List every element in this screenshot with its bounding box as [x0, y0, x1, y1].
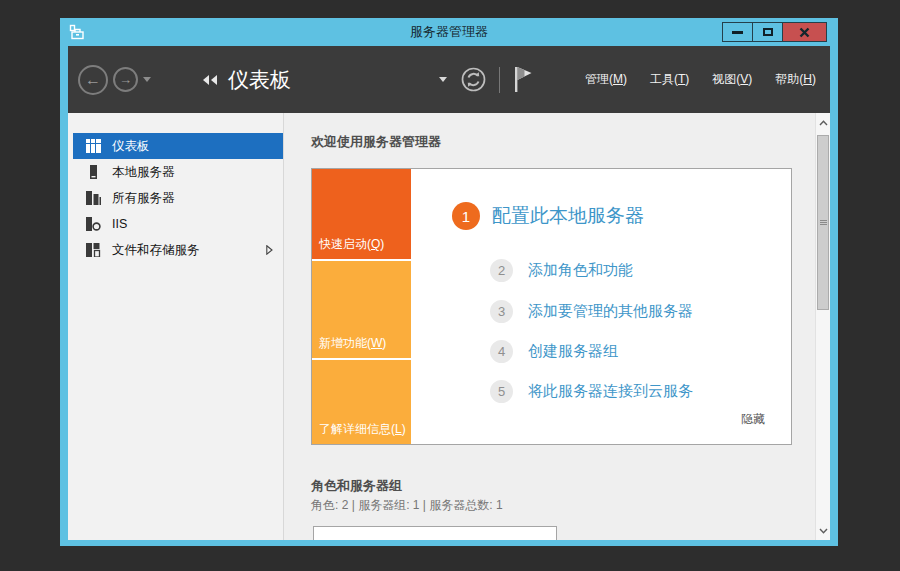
desktop-background: 服务器管理器 ← — [0, 0, 900, 571]
step-connect-to-cloud[interactable]: 5 将此服务器连接到云服务 — [490, 380, 693, 403]
sidebar-item-label: IIS — [112, 217, 127, 231]
whats-new-label: 新增功能(W) — [319, 335, 386, 352]
learn-more-tile[interactable]: 了解详细信息(L) — [312, 360, 411, 444]
chevron-up-icon — [819, 120, 828, 126]
step-link: 配置此本地服务器 — [492, 203, 644, 229]
scrollbar-grip-icon — [820, 219, 827, 226]
navigation-bar: ← → 仪表板 — [68, 46, 830, 113]
step-create-server-group[interactable]: 4 创建服务器组 — [490, 340, 618, 363]
back-arrow-icon: ← — [85, 71, 101, 89]
expand-arrow-icon[interactable] — [266, 245, 273, 255]
notifications-flag-button[interactable] — [512, 66, 534, 93]
step-number-badge: 5 — [490, 380, 513, 403]
step-link: 添加要管理的其他服务器 — [528, 302, 693, 321]
step-add-other-servers[interactable]: 3 添加要管理的其他服务器 — [490, 300, 693, 323]
sidebar-item-label: 本地服务器 — [112, 164, 175, 181]
roles-server-groups-header: 角色和服务器组 — [311, 477, 402, 495]
sidebar-item-file-storage-services[interactable]: 文件和存储服务 — [73, 237, 283, 263]
sidebar-item-local-server[interactable]: 本地服务器 — [73, 159, 283, 185]
breadcrumb[interactable]: 仪表板 — [203, 66, 291, 94]
toolbar-divider — [499, 67, 500, 93]
navigation-sidebar: 仪表板 本地服务器 — [68, 113, 283, 540]
dashboard-icon — [86, 139, 103, 153]
close-icon — [799, 27, 810, 38]
window-controls — [722, 22, 827, 42]
step-link: 添加角色和功能 — [528, 261, 633, 280]
close-button[interactable] — [782, 22, 827, 42]
minimize-icon — [732, 31, 743, 34]
menu-manage[interactable]: 管理(M) — [585, 71, 627, 88]
maximize-icon — [763, 28, 773, 36]
step-number-badge: 3 — [490, 300, 513, 323]
step-number-badge: 2 — [490, 259, 513, 282]
breadcrumb-label: 仪表板 — [228, 66, 291, 94]
welcome-header: 欢迎使用服务器管理器 — [311, 133, 441, 151]
menu-bar: 管理(M) 工具(T) 视图(V) 帮助(H) — [562, 71, 816, 88]
sidebar-item-label: 文件和存储服务 — [112, 242, 200, 259]
back-button[interactable]: ← — [78, 65, 108, 95]
step-number-badge: 4 — [490, 340, 513, 363]
all-servers-icon — [86, 191, 103, 205]
learn-more-label: 了解详细信息(L) — [319, 421, 406, 438]
breadcrumb-chevron-down-icon[interactable] — [439, 77, 447, 82]
scroll-down-button[interactable] — [816, 522, 830, 539]
file-storage-icon — [86, 243, 103, 257]
sidebar-item-all-servers[interactable]: 所有服务器 — [73, 185, 283, 211]
refresh-icon — [461, 67, 486, 92]
forward-button[interactable]: → — [113, 67, 138, 92]
title-bar[interactable]: 服务器管理器 — [60, 18, 838, 46]
quick-start-label: 快速启动(Q) — [319, 236, 384, 253]
sidebar-item-dashboard[interactable]: 仪表板 — [73, 133, 283, 159]
dashboard-main-pane: 欢迎使用服务器管理器 快速启动(Q) 新增功能(W) 了解详细信息(L) 1 — [283, 113, 815, 540]
local-server-icon — [86, 165, 103, 179]
server-manager-window: 服务器管理器 ← — [60, 18, 838, 546]
step-add-roles-features[interactable]: 2 添加角色和功能 — [490, 259, 633, 282]
minimize-button[interactable] — [722, 22, 753, 42]
hide-welcome-link[interactable]: 隐藏 — [741, 411, 765, 428]
step-configure-local-server[interactable]: 1 配置此本地服务器 — [452, 202, 644, 230]
roles-group-card[interactable] — [313, 526, 557, 540]
forward-arrow-icon: → — [119, 72, 132, 87]
sidebar-item-iis[interactable]: IIS — [73, 211, 283, 237]
step-link: 将此服务器连接到云服务 — [528, 382, 693, 401]
refresh-button[interactable] — [461, 67, 486, 92]
welcome-panel: 快速启动(Q) 新增功能(W) 了解详细信息(L) 1 配置此本地服务器 — [311, 168, 792, 445]
sidebar-item-label: 所有服务器 — [112, 190, 175, 207]
whats-new-tile[interactable]: 新增功能(W) — [312, 261, 411, 358]
roles-summary-text: 角色: 2 | 服务器组: 1 | 服务器总数: 1 — [311, 497, 503, 514]
vertical-scrollbar[interactable] — [815, 113, 830, 540]
quick-start-tile[interactable]: 快速启动(Q) — [312, 169, 411, 259]
collapse-pane-icon — [203, 75, 219, 85]
menu-help[interactable]: 帮助(H) — [775, 71, 816, 88]
scrollbar-thumb[interactable] — [817, 135, 829, 310]
menu-tools[interactable]: 工具(T) — [650, 71, 689, 88]
scroll-up-button[interactable] — [816, 114, 830, 131]
iis-server-icon — [86, 217, 103, 231]
flag-icon — [512, 66, 534, 93]
maximize-button[interactable] — [752, 22, 783, 42]
step-link: 创建服务器组 — [528, 342, 618, 361]
step-number-badge: 1 — [452, 202, 480, 230]
history-chevron-down-icon[interactable] — [143, 77, 151, 82]
chevron-down-icon — [819, 528, 828, 534]
sidebar-item-label: 仪表板 — [112, 138, 150, 155]
menu-view[interactable]: 视图(V) — [712, 71, 752, 88]
